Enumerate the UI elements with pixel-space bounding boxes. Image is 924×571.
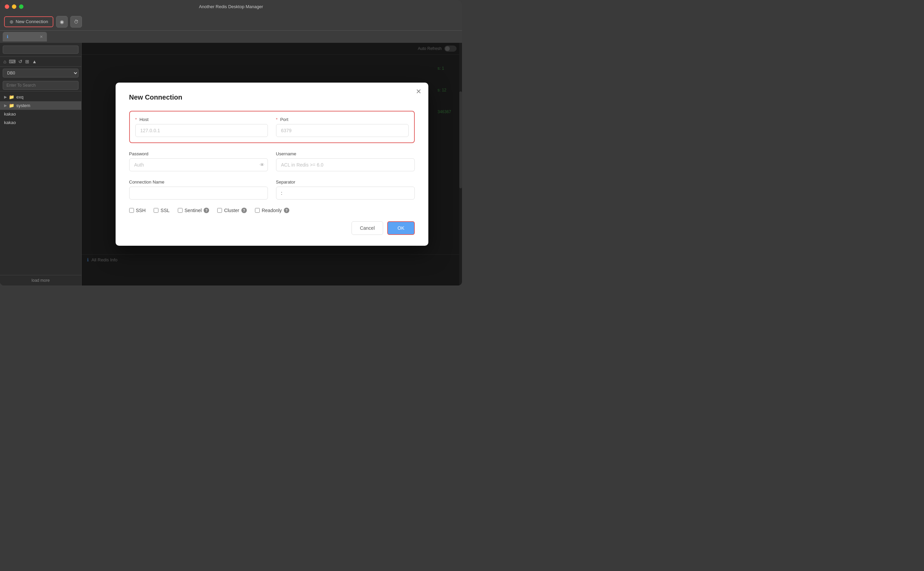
close-button[interactable] bbox=[5, 5, 9, 9]
checkboxes-row: SSH SSL Sentinel ? Cl bbox=[129, 208, 415, 213]
circle-icon: ◉ bbox=[60, 19, 64, 25]
sentinel-label: Sentinel bbox=[185, 208, 202, 213]
key-search-input[interactable] bbox=[3, 81, 79, 90]
app-window: Another Redis Desktop Manager ⊕ New Conn… bbox=[0, 0, 462, 286]
list-item-label: kakao bbox=[4, 111, 16, 117]
connection-name-label: Connection Name bbox=[129, 179, 268, 185]
sidebar-list: ▶ 📁 exq ▶ 📁 system kakao kakao bbox=[0, 91, 81, 275]
name-separator-row: Connection Name Separator bbox=[129, 179, 415, 199]
password-username-row: Password 👁 Username bbox=[129, 151, 415, 171]
list-item[interactable]: ▶ 📁 system bbox=[0, 101, 81, 110]
list-item[interactable]: kakao bbox=[0, 110, 81, 118]
ssh-label: SSH bbox=[136, 208, 146, 213]
ok-button[interactable]: OK bbox=[387, 221, 414, 235]
dialog-title: New Connection bbox=[129, 94, 415, 101]
new-connection-dialog: ✕ New Connection * Host bbox=[116, 83, 428, 246]
password-input[interactable] bbox=[129, 158, 268, 171]
cluster-label: Cluster bbox=[224, 208, 239, 213]
connection-search-input[interactable] bbox=[3, 46, 79, 54]
port-label: * Port bbox=[276, 117, 409, 122]
terminal-icon[interactable]: ⌨ bbox=[8, 58, 16, 65]
home-icon[interactable]: ⌂ bbox=[3, 58, 7, 65]
list-item-label: exq bbox=[16, 94, 23, 100]
username-field-group: Username bbox=[276, 151, 415, 171]
main-content: ⌂ ⌨ ↺ ⊞ ▲ DB0 ▶ 📁 exq bbox=[0, 43, 462, 286]
db-select[interactable]: DB0 bbox=[3, 69, 79, 77]
info-icon: ℹ bbox=[7, 34, 9, 39]
ssh-checkbox-item[interactable]: SSH bbox=[129, 208, 146, 213]
load-more-label: load more bbox=[32, 278, 49, 283]
readonly-help-icon[interactable]: ? bbox=[284, 208, 289, 213]
ssl-checkbox-item[interactable]: SSL bbox=[154, 208, 169, 213]
load-more-button[interactable]: load more bbox=[0, 275, 81, 286]
content-area: Auto Refresh s: 1 s: 12 346367 ℹ All Red… bbox=[82, 43, 462, 286]
sentinel-checkbox[interactable] bbox=[178, 208, 182, 213]
arrow-icon: ▶ bbox=[4, 95, 7, 99]
readonly-label: Readonly bbox=[262, 208, 282, 213]
ssl-checkbox[interactable] bbox=[154, 208, 159, 213]
host-port-section: * Host * Port bbox=[129, 111, 415, 143]
tab-bar: ℹ ✕ bbox=[0, 31, 462, 43]
list-item[interactable]: ▶ 📁 exq bbox=[0, 93, 81, 101]
arrow-icon: ▶ bbox=[4, 103, 7, 108]
password-field-group: Password 👁 bbox=[129, 151, 268, 171]
sentinel-checkbox-item[interactable]: Sentinel ? bbox=[178, 208, 210, 213]
ssl-label: SSL bbox=[160, 208, 169, 213]
modal-overlay: ✕ New Connection * Host bbox=[82, 43, 462, 286]
tab-item[interactable]: ℹ ✕ bbox=[3, 32, 47, 42]
readonly-checkbox[interactable] bbox=[255, 208, 260, 213]
username-input[interactable] bbox=[276, 158, 415, 171]
settings-icon-button[interactable]: ⏱ bbox=[70, 16, 82, 28]
search-bar bbox=[0, 80, 81, 91]
separator-input[interactable] bbox=[276, 187, 415, 199]
port-field-group: * Port bbox=[276, 117, 409, 137]
connection-name-field-group: Connection Name bbox=[129, 179, 268, 199]
grid-icon[interactable]: ⊞ bbox=[25, 58, 30, 65]
maximize-button[interactable] bbox=[19, 5, 23, 9]
sentinel-help-icon[interactable]: ? bbox=[204, 208, 209, 213]
cluster-checkbox-item[interactable]: Cluster ? bbox=[217, 208, 247, 213]
ssh-checkbox[interactable] bbox=[129, 208, 134, 213]
list-item[interactable]: kakao bbox=[0, 118, 81, 127]
chevron-up-icon[interactable]: ▲ bbox=[31, 58, 37, 65]
list-item-label: kakao bbox=[4, 120, 16, 125]
plus-icon: ⊕ bbox=[9, 19, 14, 25]
readonly-checkbox-item[interactable]: Readonly ? bbox=[255, 208, 289, 213]
dialog-close-button[interactable]: ✕ bbox=[416, 88, 421, 95]
window-title: Another Redis Desktop Manager bbox=[199, 4, 263, 9]
sidebar-header bbox=[0, 43, 81, 57]
clock-icon: ⏱ bbox=[74, 19, 79, 25]
connection-name-input[interactable] bbox=[129, 187, 268, 199]
minimize-button[interactable] bbox=[12, 5, 16, 9]
toolbar: ⊕ New Connection ◉ ⏱ bbox=[0, 13, 462, 31]
titlebar: Another Redis Desktop Manager bbox=[0, 0, 462, 13]
dialog-footer: Cancel OK bbox=[129, 221, 415, 235]
host-port-row: * Host * Port bbox=[135, 117, 409, 137]
new-connection-button[interactable]: ⊕ New Connection bbox=[4, 16, 53, 27]
sidebar: ⌂ ⌨ ↺ ⊞ ▲ DB0 ▶ 📁 exq bbox=[0, 43, 82, 286]
cancel-button[interactable]: Cancel bbox=[352, 221, 384, 235]
host-label: * Host bbox=[135, 117, 268, 122]
sidebar-toolbar: ⌂ ⌨ ↺ ⊞ ▲ bbox=[0, 57, 81, 66]
list-item-label: system bbox=[16, 103, 30, 108]
folder-icon: 📁 bbox=[9, 94, 14, 100]
separator-field-group: Separator bbox=[276, 179, 415, 199]
new-connection-label: New Connection bbox=[15, 19, 48, 24]
tab-close-icon[interactable]: ✕ bbox=[40, 35, 43, 39]
port-input[interactable] bbox=[276, 124, 409, 137]
username-label: Username bbox=[276, 151, 415, 156]
window-controls bbox=[5, 5, 23, 9]
host-input[interactable] bbox=[135, 124, 268, 137]
cluster-help-icon[interactable]: ? bbox=[241, 208, 247, 213]
folder-icon: 📁 bbox=[9, 103, 14, 108]
reload-icon[interactable]: ↺ bbox=[18, 58, 23, 65]
separator-label: Separator bbox=[276, 179, 415, 185]
host-field-group: * Host bbox=[135, 117, 268, 137]
refresh-icon-button[interactable]: ◉ bbox=[56, 16, 68, 28]
eye-icon[interactable]: 👁 bbox=[260, 162, 264, 168]
password-label: Password bbox=[129, 151, 268, 156]
cluster-checkbox[interactable] bbox=[217, 208, 222, 213]
password-input-wrapper: 👁 bbox=[129, 158, 268, 171]
